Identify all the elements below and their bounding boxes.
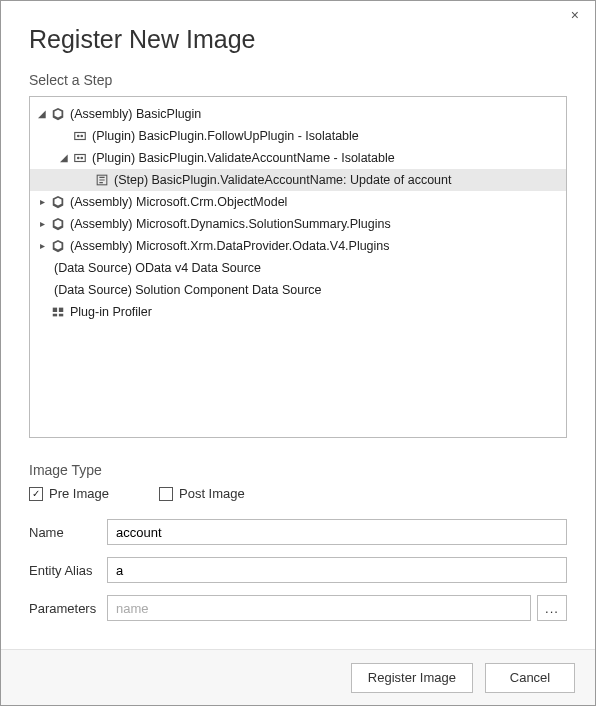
tree-row[interactable]: ▸(Data Source) OData v4 Data Source <box>30 257 566 279</box>
profiler-icon <box>50 304 66 320</box>
svg-rect-3 <box>75 155 86 162</box>
post-image-label: Post Image <box>179 486 245 501</box>
svg-point-5 <box>80 157 83 160</box>
plugin-icon <box>72 150 88 166</box>
collapse-icon[interactable]: ◢ <box>58 147 70 169</box>
svg-point-4 <box>77 157 80 160</box>
dialog-footer: Register Image Cancel <box>1 649 595 705</box>
expand-icon[interactable]: ▸ <box>36 213 48 235</box>
tree-row[interactable]: ▸(Assembly) Microsoft.Xrm.DataProvider.O… <box>30 235 566 257</box>
tree-node-label: (Plugin) BasicPlugin.FollowUpPlugin - Is… <box>92 125 365 147</box>
parameters-label: Parameters <box>29 601 107 616</box>
svg-rect-0 <box>75 133 86 140</box>
dialog-title: Register New Image <box>29 25 567 54</box>
svg-rect-9 <box>53 314 57 317</box>
parameters-browse-button[interactable]: ... <box>537 595 567 621</box>
expander-spacer: ▸ <box>36 279 48 301</box>
image-type-checkbox-row: ✓ Pre Image Post Image <box>29 486 567 501</box>
image-type-section: Image Type ✓ Pre Image Post Image Name E… <box>29 462 567 633</box>
tree-row[interactable]: ▸(Assembly) Microsoft.Crm.ObjectModel <box>30 191 566 213</box>
tree-node-label: (Data Source) Solution Component Data So… <box>54 279 328 301</box>
post-image-option[interactable]: Post Image <box>159 486 245 501</box>
assembly-icon <box>50 106 66 122</box>
dialog-body: Register New Image Select a Step ◢(Assem… <box>1 1 595 649</box>
entity-alias-row: Entity Alias <box>29 557 567 583</box>
close-button[interactable]: × <box>565 7 585 23</box>
assembly-icon <box>50 194 66 210</box>
register-new-image-dialog: × Register New Image Select a Step ◢(Ass… <box>0 0 596 706</box>
pre-image-checkbox[interactable]: ✓ <box>29 487 43 501</box>
tree-row[interactable]: ◢(Plugin) BasicPlugin.ValidateAccountNam… <box>30 147 566 169</box>
tree-row[interactable]: ▸(Step) BasicPlugin.ValidateAccountName:… <box>30 169 566 191</box>
select-step-label: Select a Step <box>29 72 567 88</box>
tree-node-label: (Step) BasicPlugin.ValidateAccountName: … <box>114 169 457 191</box>
close-icon: × <box>571 7 579 23</box>
expander-spacer: ▸ <box>36 257 48 279</box>
pre-image-option[interactable]: ✓ Pre Image <box>29 486 109 501</box>
parameters-row: Parameters ... <box>29 595 567 621</box>
cancel-button[interactable]: Cancel <box>485 663 575 693</box>
collapse-icon[interactable]: ◢ <box>36 103 48 125</box>
expander-spacer: ▸ <box>58 125 70 147</box>
name-label: Name <box>29 525 107 540</box>
expand-icon[interactable]: ▸ <box>36 191 48 213</box>
tree-node-label: Plug-in Profiler <box>70 301 158 323</box>
name-input[interactable] <box>107 519 567 545</box>
expander-spacer: ▸ <box>36 301 48 323</box>
name-row: Name <box>29 519 567 545</box>
entity-alias-label: Entity Alias <box>29 563 107 578</box>
image-type-label: Image Type <box>29 462 567 478</box>
tree-row[interactable]: ▸Plug-in Profiler <box>30 301 566 323</box>
step-icon <box>94 172 110 188</box>
tree-row[interactable]: ▸(Assembly) Microsoft.Dynamics.SolutionS… <box>30 213 566 235</box>
register-image-button[interactable]: Register Image <box>351 663 473 693</box>
assembly-icon <box>50 238 66 254</box>
pre-image-label: Pre Image <box>49 486 109 501</box>
step-tree[interactable]: ◢(Assembly) BasicPlugin▸(Plugin) BasicPl… <box>29 96 567 438</box>
parameters-input[interactable] <box>107 595 531 621</box>
svg-point-2 <box>80 135 83 138</box>
post-image-checkbox[interactable] <box>159 487 173 501</box>
svg-point-1 <box>77 135 80 138</box>
tree-node-label: (Plugin) BasicPlugin.ValidateAccountName… <box>92 147 401 169</box>
ellipsis-icon: ... <box>545 601 559 616</box>
tree-node-label: (Data Source) OData v4 Data Source <box>54 257 267 279</box>
tree-row[interactable]: ◢(Assembly) BasicPlugin <box>30 103 566 125</box>
tree-node-label: (Assembly) Microsoft.Crm.ObjectModel <box>70 191 293 213</box>
svg-rect-8 <box>59 308 63 312</box>
expander-spacer: ▸ <box>80 169 92 191</box>
tree-node-label: (Assembly) Microsoft.Xrm.DataProvider.Od… <box>70 235 396 257</box>
plugin-icon <box>72 128 88 144</box>
entity-alias-input[interactable] <box>107 557 567 583</box>
svg-rect-7 <box>53 308 57 312</box>
tree-row[interactable]: ▸(Data Source) Solution Component Data S… <box>30 279 566 301</box>
assembly-icon <box>50 216 66 232</box>
tree-node-label: (Assembly) Microsoft.Dynamics.SolutionSu… <box>70 213 397 235</box>
svg-rect-10 <box>59 314 63 317</box>
expand-icon[interactable]: ▸ <box>36 235 48 257</box>
tree-row[interactable]: ▸(Plugin) BasicPlugin.FollowUpPlugin - I… <box>30 125 566 147</box>
tree-node-label: (Assembly) BasicPlugin <box>70 103 207 125</box>
